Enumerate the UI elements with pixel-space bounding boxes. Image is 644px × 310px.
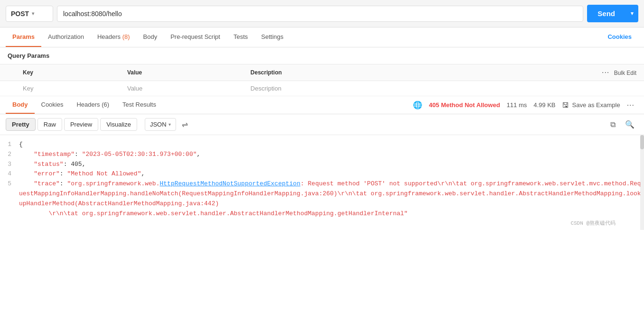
line-content-5: "trace": "org.springframework.web.HttpRe… bbox=[19, 179, 644, 219]
response-tabs: Body Cookies Headers (6) Test Results 🌐 … bbox=[0, 96, 644, 114]
code-line-4: 4 "error": "Method Not Allowed", bbox=[0, 169, 644, 179]
empty-key-cell[interactable]: Key bbox=[15, 81, 120, 96]
search-button[interactable]: 🔍 bbox=[621, 118, 638, 131]
save-example-button[interactable]: 🖫 Save as Example bbox=[562, 101, 620, 109]
format-pretty-button[interactable]: Pretty bbox=[6, 118, 36, 131]
send-button[interactable]: Send ▾ bbox=[587, 5, 638, 22]
scrollbar-thumb[interactable] bbox=[640, 135, 644, 149]
empty-actions-cell bbox=[431, 81, 644, 96]
empty-checkbox bbox=[0, 81, 15, 96]
line-content-3: "status": 405, bbox=[19, 160, 85, 170]
actions-col-header: ··· Bulk Edit bbox=[431, 64, 644, 81]
description-col-header: Description bbox=[243, 64, 431, 81]
tab-params[interactable]: Params bbox=[6, 27, 41, 47]
save-icon: 🖫 bbox=[562, 101, 569, 109]
line-num-1: 1 bbox=[0, 140, 19, 150]
response-tab-body[interactable]: Body bbox=[6, 96, 35, 114]
params-more-button[interactable]: ··· bbox=[599, 68, 612, 77]
response-status-area: 🌐 405 Method Not Allowed 111 ms 4.99 KB … bbox=[413, 100, 638, 109]
format-type-selector[interactable]: JSON ▾ bbox=[145, 118, 176, 131]
code-line-3: 3 "status": 405, bbox=[0, 160, 644, 170]
copy-button[interactable]: ⧉ bbox=[607, 119, 619, 131]
tab-tests[interactable]: Tests bbox=[227, 27, 254, 47]
key-col-header: Key bbox=[15, 64, 120, 81]
code-line-1: 1 { bbox=[0, 140, 644, 150]
response-body-code: 1 { 2 "timestamp": "2023-05-05T02:30:31.… bbox=[0, 135, 644, 230]
line-num-5: 5 bbox=[0, 179, 19, 189]
format-type-chevron-icon: ▾ bbox=[168, 122, 171, 127]
tab-prerequest[interactable]: Pre-request Script bbox=[164, 27, 227, 47]
tab-headers[interactable]: Headers (8) bbox=[91, 27, 137, 47]
watermark: CSDN @熬夜磕代码 bbox=[570, 219, 616, 228]
code-line-5: 5 "trace": "org.springframework.web.Http… bbox=[0, 179, 644, 219]
tab-authorization[interactable]: Authorization bbox=[41, 27, 91, 47]
code-line-2: 2 "timestamp": "2023-05-05T02:30:31.973+… bbox=[0, 150, 644, 160]
response-tab-headers[interactable]: Headers (6) bbox=[70, 96, 116, 114]
request-tabs: Params Authorization Headers (8) Body Pr… bbox=[0, 27, 644, 47]
format-type-label: JSON bbox=[150, 121, 167, 128]
params-empty-row: Key Value Description bbox=[0, 81, 644, 96]
wrap-button[interactable]: ⇌ bbox=[178, 118, 192, 131]
scrollbar-track[interactable] bbox=[640, 135, 644, 230]
response-tab-cookies[interactable]: Cookies bbox=[35, 96, 70, 114]
method-selector[interactable]: POST ▾ bbox=[6, 6, 53, 22]
url-input[interactable] bbox=[57, 6, 583, 22]
params-table: Key Value Description ··· Bulk Edit Key … bbox=[0, 64, 644, 96]
response-tab-testresults[interactable]: Test Results bbox=[116, 96, 163, 114]
method-label: POST bbox=[11, 10, 29, 18]
bulk-edit-button[interactable]: Bulk Edit bbox=[614, 70, 636, 76]
send-chevron-icon[interactable]: ▾ bbox=[626, 6, 638, 21]
format-preview-button[interactable]: Preview bbox=[64, 118, 98, 131]
line-num-4: 4 bbox=[0, 169, 19, 179]
line-content-2: "timestamp": "2023-05-05T02:30:31.973+00… bbox=[19, 150, 200, 160]
value-col-header: Value bbox=[120, 64, 243, 81]
tab-body[interactable]: Body bbox=[137, 27, 164, 47]
send-label: Send bbox=[587, 5, 625, 22]
format-visualize-button[interactable]: Visualize bbox=[100, 118, 137, 131]
tab-settings[interactable]: Settings bbox=[254, 27, 290, 47]
line-num-3: 3 bbox=[0, 160, 19, 170]
format-raw-button[interactable]: Raw bbox=[37, 118, 62, 131]
line-num-2: 2 bbox=[0, 150, 19, 160]
response-size: 4.99 KB bbox=[533, 101, 555, 109]
response-more-button[interactable]: ··· bbox=[627, 101, 635, 109]
response-time: 111 ms bbox=[507, 101, 527, 109]
query-params-label: Query Params bbox=[0, 47, 644, 64]
line-content-1: { bbox=[19, 140, 23, 150]
status-badge: 405 Method Not Allowed bbox=[429, 101, 500, 109]
checkbox-col-header bbox=[0, 64, 15, 81]
format-bar: Pretty Raw Preview Visualize JSON ▾ ⇌ ⧉ … bbox=[0, 114, 644, 135]
tab-cookies[interactable]: Cookies bbox=[601, 27, 638, 47]
empty-value-cell[interactable]: Value bbox=[120, 81, 243, 96]
empty-desc-cell[interactable]: Description bbox=[243, 81, 431, 96]
line-content-4: "error": "Method Not Allowed", bbox=[19, 169, 145, 179]
method-chevron-icon: ▾ bbox=[32, 11, 34, 16]
globe-icon: 🌐 bbox=[413, 100, 422, 109]
headers-badge: (8) bbox=[122, 33, 130, 40]
save-example-label: Save as Example bbox=[572, 101, 620, 109]
